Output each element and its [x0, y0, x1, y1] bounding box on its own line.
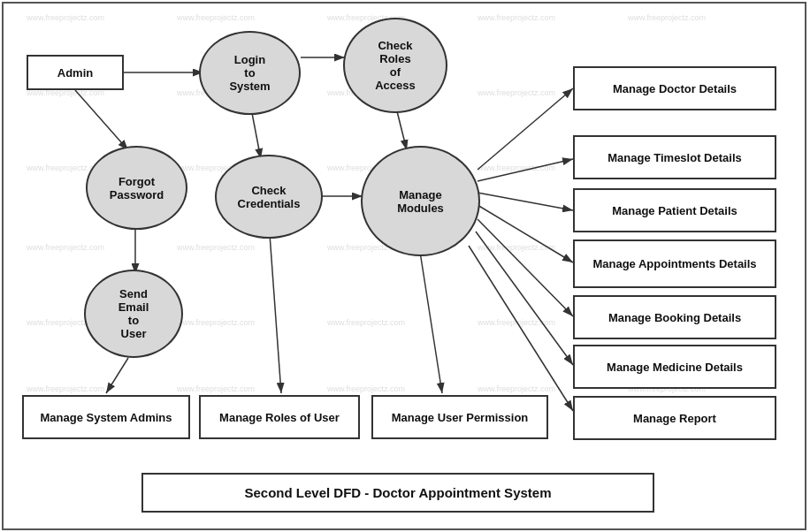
manage-patient-node: Manage Patient Details [573, 188, 776, 232]
manage-timeslot-node: Manage Timeslot Details [573, 135, 776, 179]
watermark: www.freeprojectz.com [327, 384, 405, 393]
svg-line-13 [478, 193, 573, 210]
svg-line-4 [252, 113, 261, 159]
forgot-password-node: ForgotPassword [86, 146, 187, 230]
check-roles-node: CheckRolesofAccess [343, 18, 447, 113]
svg-line-3 [396, 108, 407, 150]
watermark: www.freeprojectz.com [478, 13, 555, 22]
svg-line-14 [478, 205, 573, 262]
watermark: www.freeprojectz.com [27, 243, 104, 252]
watermark: www.freeprojectz.com [478, 243, 555, 252]
diagram-title: Second Level DFD - Doctor Appointment Sy… [141, 473, 654, 513]
diagram-container: www.freeprojectz.com www.freeprojectz.co… [0, 0, 810, 532]
svg-line-5 [75, 90, 128, 150]
svg-line-12 [478, 159, 573, 181]
manage-doctor-node: Manage Doctor Details [573, 66, 776, 110]
manage-booking-node: Manage Booking Details [573, 295, 776, 339]
watermark: www.freeprojectz.com [177, 384, 255, 393]
manage-appointments-node: Manage Appointments Details [573, 239, 776, 288]
svg-line-11 [478, 88, 573, 170]
manage-user-permission-node: Manage User Permission [371, 395, 548, 439]
watermark: www.freeprojectz.com [177, 13, 255, 22]
manage-modules-node: ManageModules [361, 146, 480, 256]
watermark: www.freeprojectz.com [628, 13, 706, 22]
svg-line-10 [420, 252, 442, 393]
watermark: www.freeprojectz.com [478, 88, 555, 97]
svg-line-16 [476, 232, 573, 365]
manage-report-node: Manage Report [573, 396, 776, 440]
login-node: LogintoSystem [199, 31, 301, 115]
svg-line-15 [478, 219, 573, 316]
watermark: www.freeprojectz.com [177, 318, 255, 327]
manage-roles-node: Manage Roles of User [199, 395, 360, 439]
manage-medicine-node: Manage Medicine Details [573, 345, 776, 389]
watermark: www.freeprojectz.com [327, 318, 405, 327]
svg-line-8 [106, 358, 128, 393]
watermark: www.freeprojectz.com [478, 384, 555, 393]
watermark: www.freeprojectz.com [177, 243, 255, 252]
send-email-node: SendEmailtoUser [84, 270, 183, 358]
watermark: www.freeprojectz.com [478, 163, 555, 172]
watermark: www.freeprojectz.com [27, 384, 104, 393]
watermark: www.freeprojectz.com [27, 13, 104, 22]
check-credentials-node: CheckCredentials [215, 155, 323, 239]
manage-sys-admins-node: Manage System Admins [22, 395, 190, 439]
watermark: www.freeprojectz.com [478, 318, 555, 327]
svg-line-17 [469, 246, 573, 411]
svg-line-9 [270, 234, 281, 393]
admin-node: Admin [27, 55, 124, 90]
